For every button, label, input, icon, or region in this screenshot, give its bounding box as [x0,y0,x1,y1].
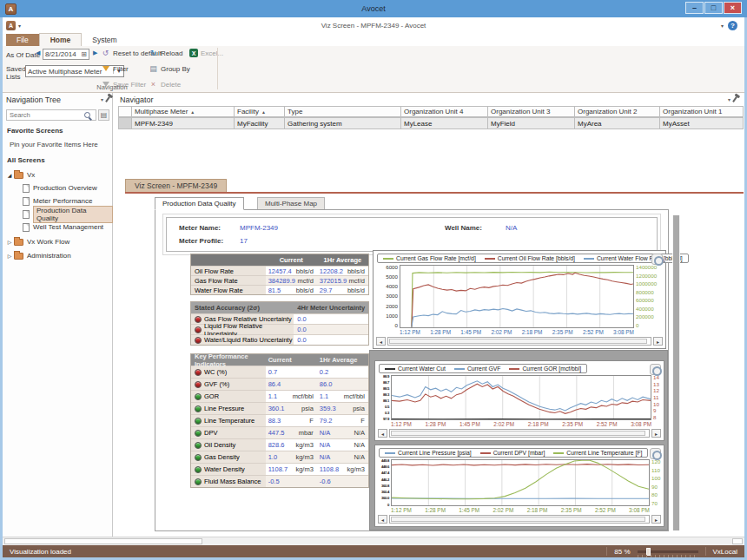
cell-facility: MyFacility [235,117,285,129]
table-row[interactable]: GVF (%)86.486.0 [191,378,368,390]
status-led [195,393,202,400]
table-row[interactable]: DPV447.5mbarN/AN/A [191,426,368,438]
date-prev-icon[interactable]: ◀ [36,49,40,56]
scrollbar-thumb[interactable] [391,431,645,436]
vertical-scrollbar-thumb[interactable] [673,215,679,530]
row-selector-header [118,106,132,117]
column-header-org-unit-3[interactable]: Organization Unit 3 [488,106,575,117]
maximize-button[interactable]: □ [704,2,723,14]
column-header-org-unit-2[interactable]: Organization Unit 2 [575,106,660,117]
scroll-left-button[interactable]: ◂ [378,429,387,438]
table-row[interactable]: Water Flow Rate 81.5 bbls/d 29.7 bbls/d [191,285,368,294]
calendar-icon[interactable]: ⊞ [81,50,87,58]
scrollbar-track[interactable] [389,429,650,438]
scrollbar-track[interactable] [387,337,651,346]
table-row[interactable]: Fluid Mass Balance-0.5-0.6 [191,475,368,487]
viz-screen-window-tab[interactable]: Viz Screen - MPFM-2349 [125,179,227,192]
table-row[interactable]: Line Pressure360.1psia359.3psia [191,402,368,414]
status-led [195,316,202,323]
panel-caret-icon[interactable]: ▾ [101,96,103,102]
reload-button[interactable]: ↻ Reload [149,49,182,57]
tree-item-production-data-quality[interactable]: Production Data Quality [3,208,113,220]
tab-home[interactable]: Home [39,33,83,46]
minimize-button[interactable]: – [685,2,704,14]
tab-file[interactable]: File [6,34,39,46]
table-row[interactable]: MPFM-2349 MyFacility Gathering system My… [118,117,744,129]
as-of-date-input[interactable]: 8/21/2014 ⊞ [43,49,89,60]
scroll-left-button[interactable]: ◂ [376,337,386,346]
table-row[interactable]: GOR1.1mcf/bbl1.1mcf/bbl [191,390,368,402]
chart-scrollbar[interactable]: ◂ ▸ [377,514,662,524]
column-header-org-unit-4[interactable]: Organization Unit 4 [401,106,488,117]
chart-settings-icon[interactable] [651,254,663,265]
column-header-org-unit-1[interactable]: Organization Unit 1 [660,106,744,117]
list-toggle-button[interactable]: ▤ [98,109,109,121]
tree-folder-vx-work-flow[interactable]: ▷ Vx Work Flow [3,236,113,247]
close-button[interactable]: × [724,2,742,14]
zoom-slider[interactable] [638,550,698,553]
pin-icon[interactable] [105,96,110,102]
date-next-icon[interactable]: ▶ [93,49,97,56]
zoom-slider-thumb[interactable] [646,548,651,556]
excel-button[interactable]: X Excel... [189,49,223,57]
scroll-left-button[interactable]: ◂ [378,515,387,524]
table-row[interactable]: Gas Density1.0kg/m3N/AN/A [191,451,368,463]
chart-settings-icon[interactable] [650,448,661,459]
table-row[interactable]: Water Density1108.7kg/m31108.8kg/m3 [191,463,368,475]
column-header-type[interactable]: Type [285,106,401,117]
tab-multi-phase-map[interactable]: Multi-Phase Map [257,197,325,210]
vertical-scrollbar[interactable] [672,215,680,530]
legend-color-dash [485,258,495,260]
search-icon[interactable] [84,112,90,118]
table-row[interactable]: Line Temperature88.3F79.2F [191,414,368,426]
ribbon-options-caret-icon[interactable]: ▾ [721,23,724,29]
horizontal-scrollbar[interactable] [3,537,744,545]
help-icon[interactable]: ? [728,21,737,30]
tree-folder-vx[interactable]: ◢ Vx [3,169,113,181]
axis-tick-label: 1:12 PM [391,421,412,427]
table-row[interactable]: Water/Liquid Ratio Uncertainty 0.0 [191,334,368,345]
scrollbar-thumb[interactable] [389,339,647,344]
table-row[interactable]: Oil Density828.6kg/m3N/AN/A [191,438,368,451]
axis-tick-label: 2:02 PM [493,421,514,427]
tree-item-production-overview[interactable]: Production Overview [3,182,113,194]
cell-org-unit-2: MyArea [575,117,660,129]
search-input[interactable] [6,109,96,121]
search-field[interactable] [10,111,84,119]
tree-folder-administration[interactable]: ▷ Administration [3,250,113,261]
flow-header-avg: 1Hr Average [317,256,368,264]
tree-item-label: Administration [27,252,71,260]
axis-tick-label: 3:08 PM [629,507,650,513]
chart-scrollbar[interactable]: ◂ ▸ [377,428,662,438]
group-by-button[interactable]: ▤ Group By [149,64,190,73]
scroll-right-button[interactable]: ▸ [653,337,663,346]
table-row[interactable]: WC (%)0.70.2 [191,366,368,378]
tab-production-data-quality[interactable]: Production Data Quality [155,197,244,210]
delete-button[interactable]: × Delete [149,80,181,89]
horizontal-scrollbar-thumb[interactable] [4,538,202,544]
column-header-multiphase-meter[interactable]: Multiphase Meter▲ [132,106,235,117]
column-header-facility[interactable]: Facility▲ [235,106,285,117]
filter-button[interactable]: Filter [101,64,129,73]
legend-item: Current Line Pressure [psia] [385,450,472,456]
chart-scrollbar[interactable]: ◂ ▸ [375,336,664,346]
axis-tick-label: 9 [653,408,662,413]
table-row[interactable]: Liquid Flow Relative Uncertainty 0.0 [191,324,368,334]
table-row[interactable]: Gas Flow Rate 384289.9 mcf/d 372015.9 mc… [191,275,368,285]
chart-settings-icon[interactable] [650,364,661,375]
expander-expanded-icon[interactable]: ◢ [6,172,13,178]
scroll-right-button[interactable]: ▸ [651,429,661,438]
pin-icon[interactable] [732,96,737,102]
scrollbar-thumb[interactable] [391,517,645,522]
row-selector[interactable] [118,117,132,129]
expander-collapsed-icon[interactable]: ▷ [6,253,13,259]
expander-collapsed-icon[interactable]: ▷ [6,239,13,245]
tab-system[interactable]: System [82,34,127,46]
panel-caret-icon[interactable]: ▾ [728,96,730,102]
tree-item-well-test-management[interactable]: Well Test Management [3,221,113,233]
scrollbar-track[interactable] [389,515,650,524]
table-row[interactable]: Oil Flow Rate 12457.4 bbls/d 12208.2 bbl… [191,266,368,275]
scroll-right-button[interactable]: ▸ [651,515,661,524]
axis-tick-label: 1:45 PM [459,507,479,513]
axis-tick-label: 0 [636,323,664,328]
